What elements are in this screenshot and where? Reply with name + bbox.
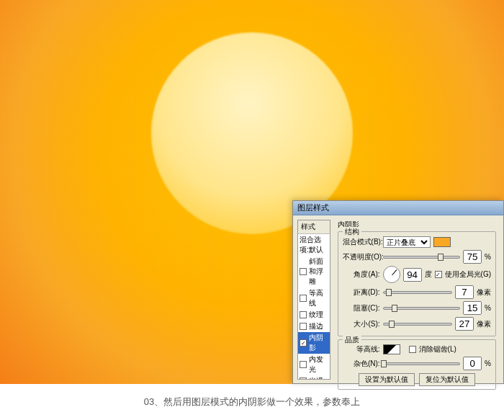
row-size: 大小(S): 像素 [343,317,491,331]
anti-alias-checkbox[interactable] [409,346,416,353]
unit: % [485,253,491,261]
unit: 度 [425,269,432,280]
row-angle: 角度(A): 度 ✓ 使用全局光(G) [343,266,491,283]
style-checkbox[interactable] [300,323,307,330]
dialog-titlebar[interactable]: 图层样式 [293,201,503,215]
style-row[interactable]: 等高线 [298,287,330,309]
color-swatch[interactable] [433,237,451,247]
noise-slider[interactable] [383,362,461,365]
angle-dial[interactable] [383,266,400,283]
row-opacity: 不透明度(O): % [343,250,491,264]
label: 距离(D): [343,287,380,298]
size-input[interactable] [455,317,474,331]
distance-input[interactable] [455,285,474,299]
row-distance: 距离(D): 像素 [343,285,491,299]
label: 杂色(N): [343,359,380,369]
label: 等高线: [343,344,380,354]
opacity-slider[interactable] [383,256,461,259]
blend-options-default[interactable]: 混合选项:默认 [298,234,330,256]
unit: 像素 [477,319,491,329]
row-contour: 等高线: 消除锯齿(L) [343,344,491,354]
blend-mode-select[interactable]: 正片叠底 [383,236,431,248]
style-row[interactable]: ✓内阴影 [298,332,330,354]
styles-header: 样式 [298,220,330,234]
layer-style-dialog: 图层样式 样式 混合选项:默认 斜面和浮雕等高线纹理描边✓内阴影内发光光泽颜色叠… [292,200,504,384]
style-label: 内发光 [309,354,328,375]
label: 混合选项:默认 [300,235,328,255]
style-checkbox[interactable]: ✓ [300,339,307,347]
style-label: 内阴影 [309,333,328,353]
default-buttons: 设置为默认值 复位为默认值 [343,373,491,386]
make-default-button[interactable]: 设置为默认值 [359,373,415,386]
label: 混合模式(B): [343,237,380,247]
style-label: 纹理 [309,310,323,320]
label: 消除锯齿(L) [419,344,456,354]
label: 使用全局光(G) [445,269,491,280]
fieldset-title: 品质 [343,335,361,345]
style-label: 光泽 [309,376,323,380]
fieldset-title: 结构 [343,227,361,237]
structure-fieldset: 结构 混合模式(B): 正片叠底 不透明度(O): % [338,231,496,336]
dialog-title: 图层样式 [297,202,329,213]
style-row[interactable]: 斜面和浮雕 [298,256,330,287]
style-label: 等高线 [309,288,328,308]
choke-input[interactable] [463,301,482,315]
row-noise: 杂色(N): % [343,357,491,370]
label: 不透明度(O): [343,252,380,262]
opacity-input[interactable] [463,250,482,264]
global-light-checkbox[interactable]: ✓ [435,271,442,278]
size-slider[interactable] [383,323,452,326]
dialog-body: 样式 混合选项:默认 斜面和浮雕等高线纹理描边✓内阴影内发光光泽颜色叠加渐变叠加… [293,215,503,384]
style-row[interactable]: 内发光 [298,354,330,375]
style-checkbox[interactable] [300,311,307,318]
style-checkbox[interactable] [300,361,307,368]
style-row[interactable]: 光泽 [298,375,330,380]
quality-fieldset: 品质 等高线: 消除锯齿(L) 杂色(N): % [338,339,496,390]
row-choke: 阻塞(C): % [343,301,491,315]
angle-input[interactable] [403,268,422,282]
label: 角度(A): [343,269,380,280]
style-checkbox[interactable] [300,295,307,302]
noise-input[interactable] [463,357,482,370]
choke-slider[interactable] [383,307,461,310]
params-panel: 内阴影 结构 混合模式(B): 正片叠底 不透明度(O): % [335,220,499,380]
styles-list: 样式 混合选项:默认 斜面和浮雕等高线纹理描边✓内阴影内发光光泽颜色叠加渐变叠加… [297,220,330,380]
label: 大小(S): [343,319,380,329]
style-row[interactable]: 描边 [298,321,330,332]
style-label: 斜面和浮雕 [309,256,328,287]
distance-slider[interactable] [383,291,452,294]
label: 阻塞(C): [343,303,380,313]
style-label: 描边 [309,321,323,331]
panel-title: 内阴影 [338,220,496,230]
reset-default-button[interactable]: 复位为默认值 [419,373,475,386]
unit: 像素 [477,287,491,298]
row-blend-mode: 混合模式(B): 正片叠底 [343,236,491,248]
contour-picker[interactable] [383,344,400,354]
style-checkbox[interactable] [300,268,307,275]
photoshop-canvas: 图层样式 样式 混合选项:默认 斜面和浮雕等高线纹理描边✓内阴影内发光光泽颜色叠… [0,0,504,384]
style-checkbox[interactable] [300,377,307,380]
unit: % [485,304,491,312]
style-row[interactable]: 纹理 [298,309,330,321]
unit: % [485,359,491,367]
